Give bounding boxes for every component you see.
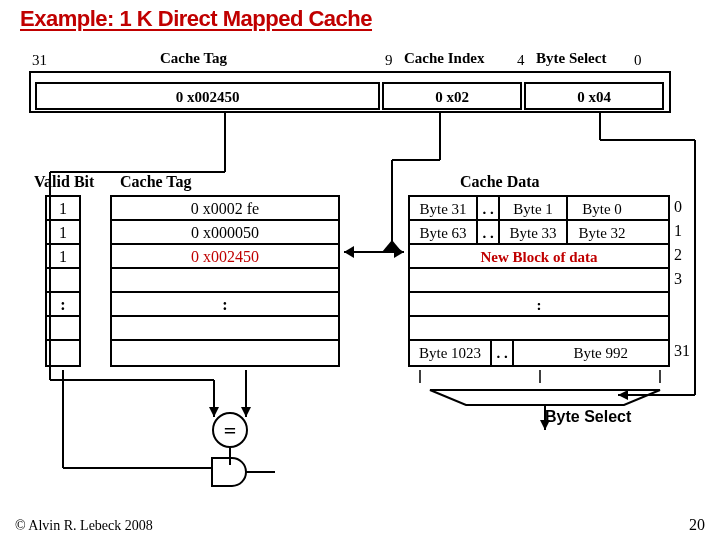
row-index: 0	[672, 195, 698, 219]
ellipsis-icon	[47, 317, 79, 341]
data-row-last: Byte 1023. .Byte 992	[410, 341, 668, 365]
byte-field-value: 0 x04	[524, 82, 664, 110]
bit-0: 0	[634, 52, 642, 69]
new-block-row: New Block of data	[410, 245, 668, 269]
ellipsis-icon: :	[410, 293, 668, 317]
valid-row: 1	[47, 221, 79, 245]
hdots-icon: . .	[478, 197, 498, 221]
row-index: 31	[672, 339, 698, 363]
ellipsis-icon: :	[112, 293, 338, 317]
tag-field-value: 0 x002450	[35, 82, 380, 110]
svg-marker-12	[394, 246, 404, 258]
index-field-label: Cache Index	[404, 50, 484, 67]
slide-title: Example: 1 K Direct Mapped Cache	[20, 6, 372, 32]
ellipsis-icon	[112, 317, 338, 341]
byte-cell: Byte 0	[568, 197, 636, 221]
bit-4: 4	[517, 52, 525, 69]
tag-field-label: Cache Tag	[160, 50, 227, 67]
byte-cell: Byte 1023	[410, 341, 492, 365]
row-index: 1	[672, 219, 698, 243]
svg-marker-10	[382, 240, 402, 252]
valid-row: 1	[47, 197, 79, 221]
cache-data-column: Byte 31. .Byte 1Byte 0 Byte 63. .Byte 33…	[408, 195, 670, 367]
cache-tag-column: 0 x0002 fe 0 x000050 0 x002450 :	[110, 195, 340, 367]
row-index: 3	[672, 267, 698, 291]
data-row: Byte 63. .Byte 33Byte 32	[410, 221, 668, 245]
cache-tag-header: Cache Tag	[120, 173, 192, 191]
tag-row: 0 x000050	[112, 221, 338, 245]
tag-row	[112, 341, 338, 365]
byte-select-output-label: Byte Select	[545, 408, 631, 426]
svg-marker-20	[241, 407, 251, 417]
bit-31: 31	[32, 52, 47, 69]
tag-row	[112, 269, 338, 293]
svg-marker-13	[344, 246, 354, 258]
cache-data-header: Cache Data	[460, 173, 540, 191]
ellipsis-icon: :	[47, 293, 79, 317]
byte-cell: Byte 63	[410, 221, 478, 245]
comparator-icon: =	[212, 412, 248, 448]
ellipsis-icon	[410, 317, 668, 341]
row-index: 2	[672, 243, 698, 267]
valid-row: 1	[47, 245, 79, 269]
data-row	[410, 269, 668, 293]
index-field-value: 0 x02	[382, 82, 522, 110]
tag-row: 0 x0002 fe	[112, 197, 338, 221]
hdots-icon: . .	[478, 221, 498, 245]
copyright: © Alvin R. Lebeck 2008	[15, 518, 153, 534]
data-row: Byte 31. .Byte 1Byte 0	[410, 197, 668, 221]
byte-cell: Byte 1	[498, 197, 568, 221]
byte-cell: Byte 32	[568, 221, 636, 245]
byte-cell: Byte 992	[512, 341, 632, 365]
byte-cell: Byte 31	[410, 197, 478, 221]
bit-9: 9	[385, 52, 393, 69]
slide-number: 20	[689, 516, 705, 534]
valid-bit-column: 1 1 1 :	[45, 195, 81, 367]
valid-row	[47, 341, 79, 365]
svg-marker-18	[618, 390, 628, 400]
byte-cell: Byte 33	[498, 221, 568, 245]
byte-field-label: Byte Select	[536, 50, 606, 67]
hdots-icon: . .	[492, 341, 512, 365]
valid-row	[47, 269, 79, 293]
index-number-column: 0 1 2 3 31	[672, 195, 698, 363]
svg-marker-25	[430, 390, 660, 405]
valid-bit-header: Valid Bit	[34, 173, 94, 191]
tag-row-hit: 0 x002450	[112, 245, 338, 269]
